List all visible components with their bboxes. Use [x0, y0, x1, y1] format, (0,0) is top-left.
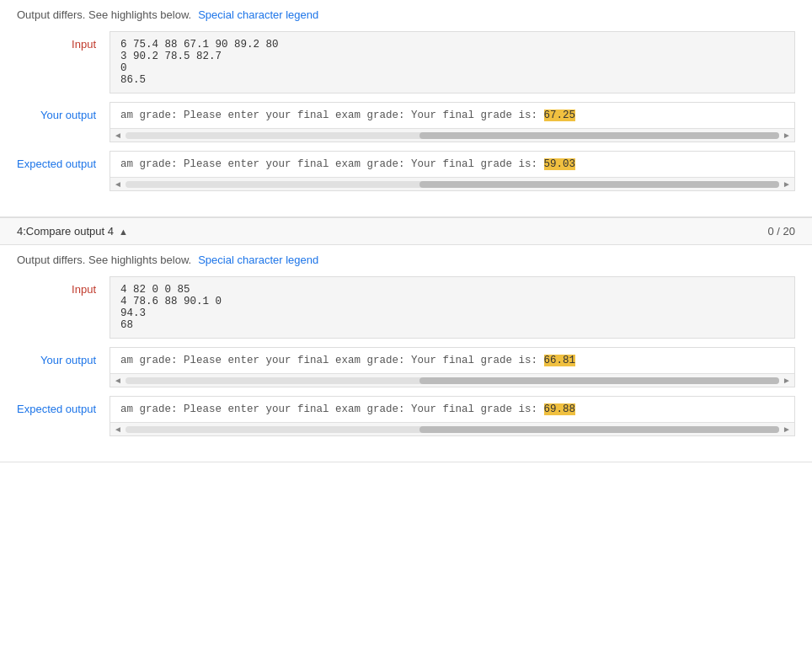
your-output-scrollbar-4[interactable]: ◄ ►	[110, 373, 794, 387]
your-output-row-1: Your output am grade: Please enter your …	[17, 102, 795, 142]
chevron-icon-4[interactable]: ▲	[119, 227, 128, 237]
your-output-content-1: am grade: Please enter your final exam g…	[110, 103, 794, 128]
expected-output-row-1: Expected output am grade: Please enter y…	[17, 151, 795, 191]
your-output-row-4: Your output am grade: Please enter your …	[17, 347, 795, 387]
expected-output-row-4: Expected output am grade: Please enter y…	[17, 396, 795, 436]
section4: Output differs. See highlights below. Sp…	[0, 245, 812, 462]
your-output-label-1: Your output	[17, 102, 110, 121]
expected-output-box-1: am grade: Please enter your final exam g…	[110, 151, 795, 191]
expected-output-label-4: Expected output	[17, 396, 110, 415]
special-legend-link-4[interactable]: Special character legend	[198, 254, 318, 266]
expected-output-text-1: am grade: Please enter your final exam g…	[120, 158, 544, 170]
expected-output-scrollbar-4[interactable]: ◄ ►	[110, 422, 794, 435]
scroll-right-arrow-4[interactable]: ►	[783, 376, 791, 385]
scroll-track-exp-4[interactable]	[126, 426, 779, 433]
output-differs-bar-1: Output differs. See highlights below. Sp…	[17, 8, 795, 21]
scroll-track-4[interactable]	[126, 377, 779, 384]
output-differs-text-4: Output differs. See highlights below.	[17, 254, 191, 266]
expected-output-box-4: am grade: Please enter your final exam g…	[110, 396, 795, 436]
expected-output-highlight-1: 59.03	[544, 158, 576, 170]
section1: Output differs. See highlights below. Sp…	[0, 0, 812, 217]
your-output-highlight-1: 67.25	[544, 110, 576, 121]
scroll-thumb-1	[419, 132, 779, 139]
your-output-content-4: am grade: Please enter your final exam g…	[110, 348, 794, 373]
scroll-right-arrow-exp-1[interactable]: ►	[783, 179, 791, 189]
output-differs-bar-4: Output differs. See highlights below. Sp…	[17, 254, 795, 266]
scroll-thumb-exp-4	[419, 426, 779, 433]
input-code-1: 6 75.4 88 67.1 90 89.2 80 3 90.2 78.5 82…	[110, 31, 795, 93]
scroll-track-1[interactable]	[126, 132, 779, 139]
scroll-thumb-4	[419, 377, 779, 384]
compare-title-4: 4:Compare output 4 ▲	[17, 225, 128, 238]
your-output-highlight-4: 66.81	[544, 355, 576, 366]
input-label-4: Input	[17, 276, 110, 296]
your-output-scrollbar-1[interactable]: ◄ ►	[110, 128, 794, 142]
input-code-4: 4 82 0 0 85 4 78.6 88 90.1 0 94.3 68	[110, 276, 795, 339]
expected-output-scrollbar-1[interactable]: ◄ ►	[110, 177, 794, 190]
compare-score-4: 0 / 20	[767, 225, 795, 238]
input-row-4: Input 4 82 0 0 85 4 78.6 88 90.1 0 94.3 …	[17, 276, 795, 339]
your-output-text-1: am grade: Please enter your final exam g…	[120, 110, 544, 121]
output-differs-text-1: Output differs. See highlights below.	[17, 8, 191, 21]
scroll-track-exp-1[interactable]	[126, 181, 779, 188]
your-output-box-4: am grade: Please enter your final exam g…	[110, 347, 795, 387]
scroll-right-arrow-1[interactable]: ►	[783, 131, 791, 140]
scroll-left-arrow-1[interactable]: ◄	[114, 131, 122, 140]
scroll-left-arrow-4[interactable]: ◄	[114, 376, 122, 385]
input-label-1: Input	[17, 31, 110, 51]
scroll-thumb-exp-1	[419, 181, 779, 188]
your-output-box-1: am grade: Please enter your final exam g…	[110, 102, 795, 142]
your-output-label-4: Your output	[17, 347, 110, 366]
expected-output-text-4: am grade: Please enter your final exam g…	[120, 403, 544, 415]
compare-header-4[interactable]: 4:Compare output 4 ▲ 0 / 20	[0, 217, 812, 245]
input-row-1: Input 6 75.4 88 67.1 90 89.2 80 3 90.2 7…	[17, 31, 795, 93]
compare-title-text-4: 4:Compare output 4	[17, 225, 114, 238]
expected-output-label-1: Expected output	[17, 151, 110, 170]
scroll-left-arrow-exp-1[interactable]: ◄	[114, 179, 122, 189]
scroll-right-arrow-exp-4[interactable]: ►	[783, 425, 791, 434]
your-output-text-4: am grade: Please enter your final exam g…	[120, 355, 544, 366]
expected-output-highlight-4: 69.88	[544, 403, 576, 415]
expected-output-content-4: am grade: Please enter your final exam g…	[110, 397, 794, 422]
expected-output-content-1: am grade: Please enter your final exam g…	[110, 152, 794, 177]
scroll-left-arrow-exp-4[interactable]: ◄	[114, 425, 122, 434]
special-legend-link-1[interactable]: Special character legend	[198, 8, 318, 21]
